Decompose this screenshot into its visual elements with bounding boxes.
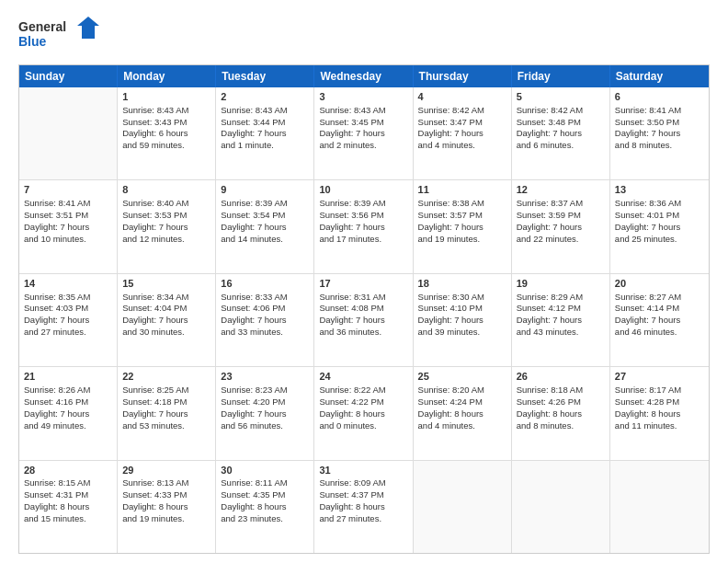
calendar-cell: 9Sunrise: 8:39 AM Sunset: 3:54 PM Daylig… (216, 180, 314, 272)
day-info: Sunrise: 8:27 AM Sunset: 4:14 PM Dayligh… (615, 292, 681, 337)
day-info: Sunrise: 8:25 AM Sunset: 4:18 PM Dayligh… (122, 385, 188, 430)
calendar-cell: 21Sunrise: 8:26 AM Sunset: 4:16 PM Dayli… (19, 367, 118, 459)
calendar-header-cell: Saturday (610, 65, 709, 87)
day-info: Sunrise: 8:41 AM Sunset: 3:51 PM Dayligh… (24, 198, 90, 243)
calendar-cell: 16Sunrise: 8:33 AM Sunset: 4:06 PM Dayli… (216, 274, 314, 366)
day-number: 16 (221, 277, 309, 291)
calendar-header-cell: Friday (512, 65, 610, 87)
calendar-cell: 15Sunrise: 8:34 AM Sunset: 4:04 PM Dayli… (118, 274, 216, 366)
calendar-cell: 20Sunrise: 8:27 AM Sunset: 4:14 PM Dayli… (610, 274, 709, 366)
calendar-cell: 23Sunrise: 8:23 AM Sunset: 4:20 PM Dayli… (216, 367, 314, 459)
day-number: 15 (122, 277, 210, 291)
calendar-cell: 26Sunrise: 8:18 AM Sunset: 4:26 PM Dayli… (512, 367, 610, 459)
day-info: Sunrise: 8:33 AM Sunset: 4:06 PM Dayligh… (221, 292, 287, 337)
calendar-week-row: 21Sunrise: 8:26 AM Sunset: 4:16 PM Dayli… (19, 367, 709, 460)
day-info: Sunrise: 8:36 AM Sunset: 4:01 PM Dayligh… (615, 198, 681, 243)
day-number: 12 (517, 183, 605, 197)
logo-svg: General Blue (18, 15, 101, 55)
calendar-cell: 17Sunrise: 8:31 AM Sunset: 4:08 PM Dayli… (314, 274, 413, 366)
day-number: 21 (24, 370, 112, 384)
day-number: 7 (24, 183, 112, 197)
calendar-cell: 14Sunrise: 8:35 AM Sunset: 4:03 PM Dayli… (19, 274, 118, 366)
calendar-cell: 18Sunrise: 8:30 AM Sunset: 4:10 PM Dayli… (414, 274, 512, 366)
day-number: 24 (319, 370, 407, 384)
calendar-cell: 12Sunrise: 8:37 AM Sunset: 3:59 PM Dayli… (512, 180, 610, 272)
logo: General Blue (18, 15, 101, 55)
day-number: 1 (122, 90, 210, 104)
day-number: 17 (319, 277, 407, 291)
day-info: Sunrise: 8:09 AM Sunset: 4:37 PM Dayligh… (319, 477, 385, 523)
day-number: 18 (418, 277, 506, 291)
calendar-cell: 2Sunrise: 8:43 AM Sunset: 3:44 PM Daylig… (216, 87, 314, 179)
day-number: 10 (319, 183, 407, 197)
day-info: Sunrise: 8:42 AM Sunset: 3:47 PM Dayligh… (418, 105, 484, 150)
calendar-header-cell: Tuesday (216, 65, 314, 87)
svg-text:General: General (18, 19, 66, 34)
calendar-cell: 8Sunrise: 8:40 AM Sunset: 3:53 PM Daylig… (118, 180, 216, 272)
calendar-cell: 7Sunrise: 8:41 AM Sunset: 3:51 PM Daylig… (19, 180, 118, 272)
day-number: 29 (122, 464, 210, 477)
day-info: Sunrise: 8:38 AM Sunset: 3:57 PM Dayligh… (418, 198, 484, 243)
day-number: 4 (418, 90, 506, 104)
calendar: SundayMondayTuesdayWednesdayThursdayFrid… (18, 64, 710, 554)
day-number: 27 (615, 370, 704, 384)
calendar-cell-empty (512, 461, 610, 553)
day-info: Sunrise: 8:40 AM Sunset: 3:53 PM Dayligh… (122, 198, 188, 243)
day-info: Sunrise: 8:30 AM Sunset: 4:10 PM Dayligh… (418, 292, 484, 337)
calendar-header: SundayMondayTuesdayWednesdayThursdayFrid… (19, 65, 709, 87)
calendar-header-cell: Monday (118, 65, 216, 87)
day-number: 26 (517, 370, 605, 384)
day-info: Sunrise: 8:18 AM Sunset: 4:26 PM Dayligh… (517, 385, 583, 430)
day-info: Sunrise: 8:11 AM Sunset: 4:35 PM Dayligh… (221, 477, 287, 523)
day-number: 6 (615, 90, 704, 104)
calendar-cell: 22Sunrise: 8:25 AM Sunset: 4:18 PM Dayli… (118, 367, 216, 459)
day-info: Sunrise: 8:35 AM Sunset: 4:03 PM Dayligh… (24, 292, 90, 337)
calendar-cell-empty (414, 461, 512, 553)
calendar-header-cell: Wednesday (314, 65, 413, 87)
calendar-cell: 1Sunrise: 8:43 AM Sunset: 3:43 PM Daylig… (118, 87, 216, 179)
day-number: 22 (122, 370, 210, 384)
day-number: 23 (221, 370, 309, 384)
day-number: 19 (517, 277, 605, 291)
day-info: Sunrise: 8:23 AM Sunset: 4:20 PM Dayligh… (221, 385, 287, 430)
day-info: Sunrise: 8:39 AM Sunset: 3:56 PM Dayligh… (319, 198, 385, 243)
calendar-body: 1Sunrise: 8:43 AM Sunset: 3:43 PM Daylig… (19, 87, 709, 553)
calendar-week-row: 14Sunrise: 8:35 AM Sunset: 4:03 PM Dayli… (19, 274, 709, 367)
calendar-cell: 6Sunrise: 8:41 AM Sunset: 3:50 PM Daylig… (610, 87, 709, 179)
calendar-header-cell: Thursday (414, 65, 512, 87)
day-number: 20 (615, 277, 704, 291)
day-info: Sunrise: 8:42 AM Sunset: 3:48 PM Dayligh… (517, 105, 583, 150)
svg-marker-2 (77, 17, 99, 39)
day-info: Sunrise: 8:13 AM Sunset: 4:33 PM Dayligh… (122, 477, 188, 523)
day-number: 8 (122, 183, 210, 197)
calendar-cell: 31Sunrise: 8:09 AM Sunset: 4:37 PM Dayli… (314, 461, 413, 553)
day-number: 25 (418, 370, 506, 384)
day-info: Sunrise: 8:31 AM Sunset: 4:08 PM Dayligh… (319, 292, 385, 337)
day-info: Sunrise: 8:20 AM Sunset: 4:24 PM Dayligh… (418, 385, 484, 430)
calendar-cell: 3Sunrise: 8:43 AM Sunset: 3:45 PM Daylig… (314, 87, 413, 179)
calendar-week-row: 28Sunrise: 8:15 AM Sunset: 4:31 PM Dayli… (19, 461, 709, 553)
calendar-cell: 10Sunrise: 8:39 AM Sunset: 3:56 PM Dayli… (314, 180, 413, 272)
day-info: Sunrise: 8:15 AM Sunset: 4:31 PM Dayligh… (24, 477, 90, 523)
calendar-cell: 11Sunrise: 8:38 AM Sunset: 3:57 PM Dayli… (414, 180, 512, 272)
calendar-cell: 29Sunrise: 8:13 AM Sunset: 4:33 PM Dayli… (118, 461, 216, 553)
calendar-header-cell: Sunday (19, 65, 118, 87)
calendar-cell: 4Sunrise: 8:42 AM Sunset: 3:47 PM Daylig… (414, 87, 512, 179)
calendar-cell: 28Sunrise: 8:15 AM Sunset: 4:31 PM Dayli… (19, 461, 118, 553)
day-number: 2 (221, 90, 309, 104)
calendar-page: General Blue SundayMondayTuesdayWednesda… (0, 0, 728, 563)
day-info: Sunrise: 8:39 AM Sunset: 3:54 PM Dayligh… (221, 198, 287, 243)
calendar-cell: 5Sunrise: 8:42 AM Sunset: 3:48 PM Daylig… (512, 87, 610, 179)
day-info: Sunrise: 8:43 AM Sunset: 3:44 PM Dayligh… (221, 105, 287, 150)
svg-text:Blue: Blue (18, 34, 47, 49)
day-info: Sunrise: 8:43 AM Sunset: 3:45 PM Dayligh… (319, 105, 385, 150)
calendar-cell: 30Sunrise: 8:11 AM Sunset: 4:35 PM Dayli… (216, 461, 314, 553)
day-info: Sunrise: 8:22 AM Sunset: 4:22 PM Dayligh… (319, 385, 385, 430)
calendar-week-row: 7Sunrise: 8:41 AM Sunset: 3:51 PM Daylig… (19, 180, 709, 273)
page-header: General Blue (18, 15, 710, 55)
calendar-cell: 27Sunrise: 8:17 AM Sunset: 4:28 PM Dayli… (610, 367, 709, 459)
calendar-cell: 25Sunrise: 8:20 AM Sunset: 4:24 PM Dayli… (414, 367, 512, 459)
day-info: Sunrise: 8:17 AM Sunset: 4:28 PM Dayligh… (615, 385, 681, 430)
day-number: 28 (24, 464, 112, 477)
calendar-week-row: 1Sunrise: 8:43 AM Sunset: 3:43 PM Daylig… (19, 87, 709, 180)
